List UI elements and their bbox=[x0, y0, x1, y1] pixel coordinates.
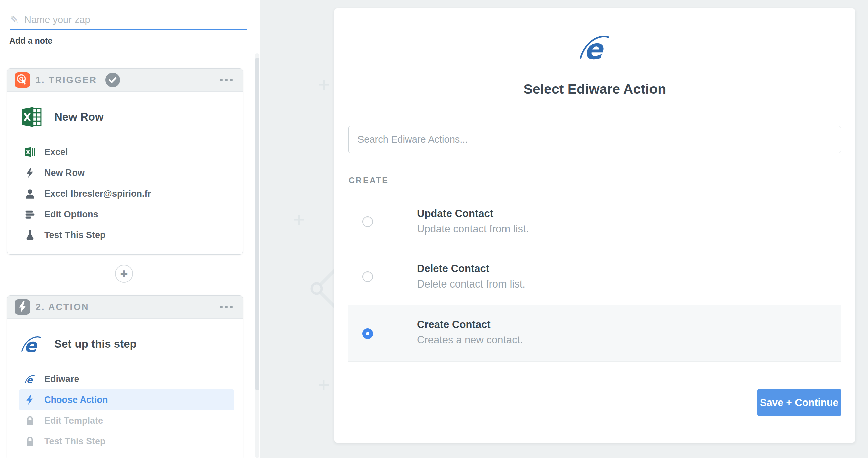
add-step-button[interactable]: + bbox=[115, 265, 133, 283]
more-options-icon[interactable] bbox=[220, 79, 232, 81]
option-title: Create Contact bbox=[417, 318, 841, 331]
trigger-selected-step: New Row bbox=[7, 104, 243, 131]
trigger-header[interactable]: 1. TRIGGER bbox=[7, 68, 243, 92]
ediware-icon: e bbox=[20, 333, 42, 355]
option-title: Delete Contact bbox=[417, 262, 841, 275]
substep-test-step[interactable]: Test This Step bbox=[7, 431, 243, 452]
option-delete-contact[interactable]: Delete Contact Delete contact from list. bbox=[348, 249, 841, 304]
action-header[interactable]: 2. ACTION bbox=[7, 295, 243, 319]
ediware-icon: e bbox=[24, 373, 36, 385]
trigger-step-title: New Row bbox=[55, 111, 103, 123]
substep-label: Edit Template bbox=[44, 416, 103, 426]
lightning-icon bbox=[15, 299, 30, 315]
lock-icon bbox=[24, 435, 36, 448]
action-selected-step: e Set up this step bbox=[7, 331, 243, 357]
substep-edit-options[interactable]: Edit Options bbox=[7, 204, 243, 225]
lightning-icon bbox=[24, 167, 36, 179]
option-create-contact[interactable]: Create Contact Creates a new contact. bbox=[348, 305, 841, 362]
trigger-step-card: 1. TRIGGER New Row bbox=[7, 68, 243, 255]
radio-update-contact[interactable] bbox=[362, 216, 373, 227]
zap-editor: + + + e Select Ediware Action CREATE Upd… bbox=[0, 0, 868, 458]
more-options-icon[interactable] bbox=[220, 306, 232, 308]
search-input[interactable] bbox=[348, 126, 841, 153]
substep-account[interactable]: Excel lbresler@spirion.fr bbox=[7, 183, 243, 204]
substep-label: Excel lbresler@spirion.fr bbox=[44, 189, 151, 199]
svg-text:e: e bbox=[584, 33, 604, 62]
check-icon bbox=[105, 73, 120, 87]
substep-test-step[interactable]: Test This Step bbox=[7, 225, 243, 246]
svg-text:e: e bbox=[24, 335, 38, 355]
sidebar-scrollbar-thumb[interactable] bbox=[255, 57, 259, 391]
section-header-create: CREATE bbox=[349, 175, 389, 185]
option-description: Delete contact from list. bbox=[417, 278, 841, 290]
panel-title: Select Ediware Action bbox=[335, 81, 855, 97]
substep-label: Ediware bbox=[44, 374, 79, 384]
option-description: Update contact from list. bbox=[417, 223, 841, 235]
substep-label: Choose Action bbox=[44, 395, 108, 405]
substep-trigger-event[interactable]: New Row bbox=[7, 163, 243, 183]
excel-icon bbox=[24, 146, 36, 159]
add-note-link[interactable]: Add a note bbox=[9, 36, 53, 46]
flask-icon bbox=[24, 229, 36, 241]
pencil-icon: ✎ bbox=[10, 14, 19, 26]
option-update-contact[interactable]: Update Contact Update contact from list. bbox=[348, 194, 841, 249]
action-header-label: 2. ACTION bbox=[36, 302, 89, 312]
svg-text:e: e bbox=[27, 375, 33, 385]
substep-label: Excel bbox=[44, 147, 68, 158]
list-lines-icon bbox=[24, 208, 36, 221]
action-step-card: 2. ACTION e Set up this step e bbox=[7, 295, 243, 458]
substep-edit-template[interactable]: Edit Template bbox=[7, 410, 243, 431]
divider bbox=[7, 456, 243, 456]
action-selection-panel: e Select Ediware Action CREATE Update Co… bbox=[335, 8, 855, 442]
substep-label: New Row bbox=[44, 168, 85, 178]
option-title: Update Contact bbox=[417, 207, 841, 220]
radio-create-contact[interactable] bbox=[362, 328, 373, 339]
ediware-logo: e bbox=[335, 32, 855, 62]
trigger-header-label: 1. TRIGGER bbox=[36, 75, 97, 85]
substep-label: Test This Step bbox=[44, 436, 105, 447]
substep-app[interactable]: e Ediware bbox=[7, 369, 243, 390]
option-description: Creates a new contact. bbox=[417, 334, 841, 346]
person-icon bbox=[24, 187, 36, 200]
substep-label: Test This Step bbox=[44, 230, 105, 240]
excel-icon bbox=[20, 106, 42, 128]
lightning-icon bbox=[24, 394, 36, 406]
action-step-title: Set up this step bbox=[55, 338, 137, 350]
radio-delete-contact[interactable] bbox=[362, 271, 373, 282]
trigger-substeps: Excel New Row Excel lbresler@spirion.fr bbox=[7, 142, 243, 246]
zap-name-field: ✎ bbox=[10, 10, 247, 30]
action-substeps: e Ediware Choose Action E bbox=[7, 369, 243, 452]
zap-steps-sidebar: ✎ Add a note 1. TRIGGER bbox=[0, 0, 260, 458]
substep-label: Edit Options bbox=[44, 209, 98, 220]
save-continue-button[interactable]: Save + Continue bbox=[757, 389, 841, 416]
zap-name-input[interactable] bbox=[24, 14, 247, 26]
substep-choose-action[interactable]: Choose Action bbox=[19, 390, 234, 410]
target-cursor-icon bbox=[15, 72, 30, 88]
lock-icon bbox=[24, 414, 36, 427]
substep-app[interactable]: Excel bbox=[7, 142, 243, 163]
